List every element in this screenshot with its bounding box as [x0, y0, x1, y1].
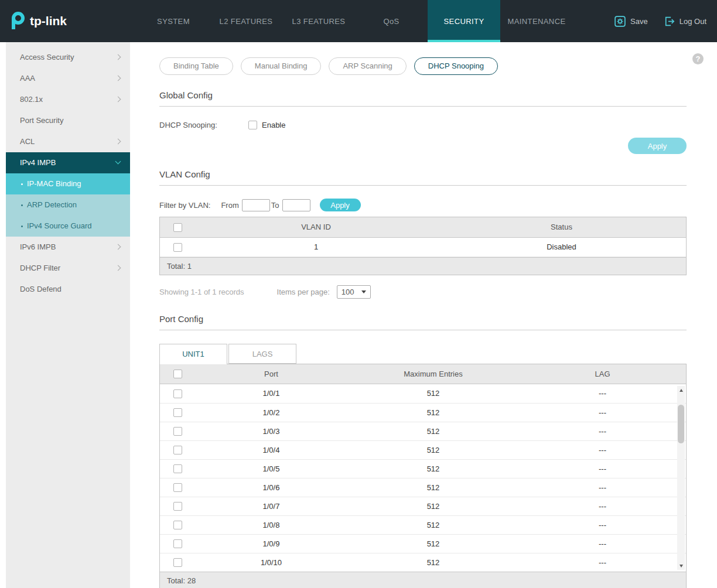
sidebar-item[interactable]: ACL: [6, 131, 130, 152]
global-apply-row: Apply: [159, 138, 687, 154]
dhcp-snooping-label: DHCP Snooping:: [159, 121, 248, 129]
filter-by-vlan-label: Filter by VLAN:: [159, 201, 210, 210]
unit-tab-label: UNIT1: [182, 350, 204, 358]
nav-item[interactable]: QoS: [355, 0, 428, 42]
tab[interactable]: Binding Table: [159, 57, 233, 75]
max-entries-cell: 512: [347, 422, 519, 440]
unit-tab[interactable]: LAGS: [228, 344, 296, 364]
sidebar-item[interactable]: IPv4 Source Guard: [6, 216, 130, 237]
port-row-checkbox[interactable]: [173, 521, 182, 529]
nav-item-label: L2 FEATURES: [220, 17, 273, 26]
sidebar-item[interactable]: 802.1x: [6, 89, 130, 110]
items-per-page-label: Items per page:: [277, 288, 330, 296]
sidebar-item-label: DoS Defend: [20, 285, 62, 293]
sidebar-item[interactable]: Access Security: [6, 47, 130, 68]
port-cell: 1/0/1: [195, 384, 347, 403]
tab[interactable]: Manual Binding: [241, 57, 322, 75]
lag-cell: ---: [519, 497, 686, 515]
port-cell: 1/0/9: [195, 534, 347, 553]
port-table-row: 1/0/7 512 ---: [160, 497, 686, 515]
logout-button[interactable]: Log Out: [663, 15, 706, 28]
nav-item[interactable]: MAINTENANCE: [500, 0, 573, 42]
port-row-checkbox[interactable]: [173, 408, 182, 417]
vlan-filter-apply-button[interactable]: Apply: [320, 199, 361, 211]
divider: [159, 330, 687, 330]
nav-item[interactable]: SECURITY: [428, 0, 500, 42]
global-config-title: Global Config: [159, 90, 687, 100]
sidebar-item[interactable]: AAA: [6, 68, 130, 89]
sidebar-item-label: IP-MAC Binding: [27, 179, 81, 188]
content: Binding Table Manual Binding ARP Scannin…: [159, 57, 687, 588]
from-label: From: [221, 201, 238, 210]
logout-icon: [663, 15, 675, 28]
port-row-checkbox[interactable]: [173, 539, 182, 548]
nav-item-label: SYSTEM: [157, 17, 190, 26]
sidebar-item[interactable]: IPv4 IMPB: [6, 152, 130, 173]
max-entries-cell: 512: [347, 515, 519, 534]
lag-cell: ---: [519, 478, 686, 497]
max-entries-column-header: Maximum Entries: [347, 364, 519, 384]
lag-cell: ---: [519, 459, 686, 478]
scrollbar-thumb[interactable]: [678, 405, 684, 443]
port-row-checkbox[interactable]: [173, 446, 182, 454]
bullet-icon: [21, 183, 23, 185]
max-entries-cell: 512: [347, 384, 519, 403]
tplink-logo: tp-link: [0, 0, 130, 42]
tab-label: Manual Binding: [255, 61, 308, 70]
items-per-page-select[interactable]: 100: [337, 285, 371, 299]
nav-item-label: MAINTENANCE: [507, 17, 565, 26]
nav-item[interactable]: L3 FEATURES: [282, 0, 355, 42]
global-apply-button[interactable]: Apply: [628, 138, 687, 154]
port-table-row: 1/0/6 512 ---: [160, 478, 686, 497]
divider: [159, 106, 687, 107]
port-cell: 1/0/10: [195, 553, 347, 572]
port-table-row: 1/0/1 512 ---: [160, 384, 686, 403]
port-table-row: 1/0/2 512 ---: [160, 403, 686, 422]
max-entries-cell: 512: [347, 440, 519, 459]
port-row-checkbox[interactable]: [173, 483, 182, 492]
port-row-checkbox[interactable]: [173, 502, 182, 511]
sidebar-item[interactable]: DHCP Filter: [6, 258, 130, 279]
vlan-from-input[interactable]: [242, 199, 270, 211]
nav-item[interactable]: SYSTEM: [137, 0, 210, 42]
tab[interactable]: ARP Scanning: [329, 57, 406, 75]
max-entries-cell: 512: [347, 534, 519, 553]
sidebar-item[interactable]: DoS Defend: [6, 279, 130, 300]
vlan-row-checkbox[interactable]: [173, 243, 182, 252]
port-column-header: Port: [195, 364, 347, 384]
dhcp-snooping-field-row: DHCP Snooping: Enable: [159, 121, 687, 129]
vlan-config-title: VLAN Config: [159, 169, 687, 179]
tab[interactable]: DHCP Snooping: [414, 57, 498, 75]
nav-item[interactable]: L2 FEATURES: [210, 0, 282, 42]
port-table-row: 1/0/4 512 ---: [160, 440, 686, 459]
sidebar-item[interactable]: Port Security: [6, 110, 130, 131]
sidebar-item[interactable]: IPv6 IMPB: [6, 237, 130, 258]
lag-cell: ---: [519, 534, 686, 553]
unit-tab[interactable]: UNIT1: [159, 344, 227, 364]
vlan-pagination: Showing 1-1 of 1 records Items per page:…: [159, 285, 687, 299]
dhcp-snooping-enable-checkbox[interactable]: [248, 121, 257, 129]
port-row-checkbox[interactable]: [173, 427, 182, 436]
port-row-checkbox[interactable]: [173, 389, 182, 398]
save-button[interactable]: Save: [614, 15, 648, 28]
port-row-checkbox[interactable]: [173, 464, 182, 473]
port-table-header: Port Maximum Entries LAG: [160, 364, 686, 384]
port-row-checkbox[interactable]: [173, 558, 182, 567]
help-icon[interactable]: ?: [692, 53, 704, 64]
max-entries-cell: 512: [347, 553, 519, 572]
vlan-table-row: 1 Disabled: [160, 237, 686, 257]
records-count-label: Showing 1-1 of 1 records: [159, 288, 244, 296]
port-table-scrollbar[interactable]: [677, 386, 685, 570]
lag-cell: ---: [519, 403, 686, 422]
sidebar-item-label: DHCP Filter: [20, 264, 60, 272]
port-select-all-checkbox[interactable]: [173, 370, 182, 378]
port-cell: 1/0/2: [195, 403, 347, 422]
scroll-down-arrow[interactable]: [677, 562, 685, 570]
vlan-select-all-checkbox[interactable]: [173, 223, 182, 232]
sidebar-item[interactable]: IP-MAC Binding: [6, 173, 130, 194]
scroll-up-arrow[interactable]: [677, 386, 685, 394]
sidebar-item[interactable]: ARP Detection: [6, 194, 130, 216]
tab-label: ARP Scanning: [343, 61, 392, 70]
sidebar-item-label: IPv4 Source Guard: [27, 221, 92, 230]
vlan-to-input[interactable]: [282, 199, 310, 211]
